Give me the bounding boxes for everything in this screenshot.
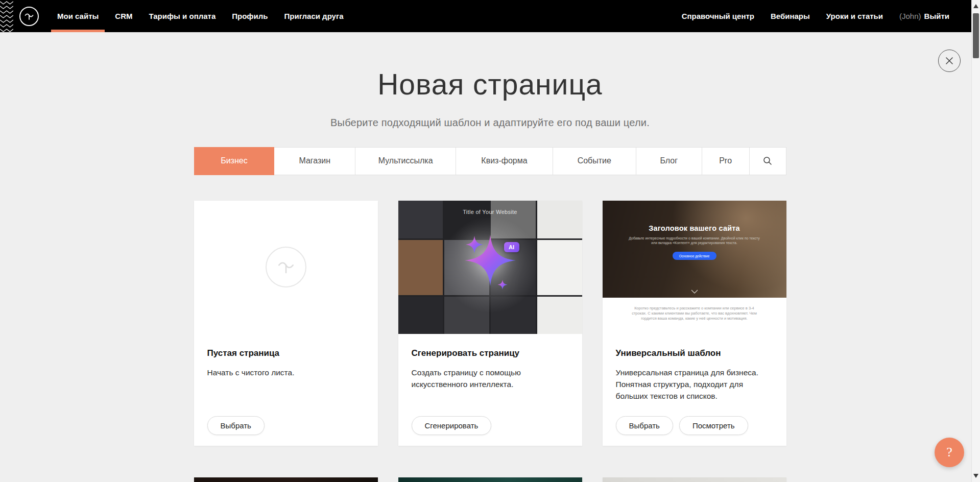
- chevron-down-icon: [691, 290, 698, 294]
- preview-hero-button: Основное действие: [673, 252, 716, 260]
- tab-event[interactable]: Событие: [553, 148, 636, 175]
- ai-sparkle-icon: [452, 229, 529, 300]
- template-preview: [194, 477, 378, 482]
- preview-body: Коротко представьтесь и расскажите о ком…: [603, 298, 786, 334]
- preview-body-text: Коротко представьтесь и расскажите о ком…: [627, 306, 762, 321]
- nav-label: Справочный центр: [682, 12, 754, 20]
- tab-label: Квиз-форма: [481, 156, 527, 165]
- tab-multilink[interactable]: Мультиссылка: [355, 148, 456, 175]
- card-description: Создать страницу с помощью искусственног…: [412, 367, 569, 391]
- main-nav: Мои сайты CRM Тарифы и оплата Профиль Пр…: [49, 0, 352, 32]
- tab-label: Бизнес: [221, 156, 248, 165]
- card-blank-page[interactable]: Пустая страница Начать с чистого листа. …: [194, 201, 378, 446]
- template-cards-row-2: [194, 477, 786, 482]
- nav-webinars[interactable]: Вебинары: [762, 12, 818, 20]
- secondary-nav: Справочный центр Вебинары Уроки и статьи…: [674, 0, 949, 32]
- tab-business[interactable]: Бизнес: [194, 147, 275, 175]
- template-card-partial[interactable]: [398, 477, 582, 482]
- topbar: Мои сайты CRM Тарифы и оплата Профиль Пр…: [0, 0, 980, 32]
- nav-my-sites[interactable]: Мои сайты: [49, 0, 107, 32]
- template-preview: Заголовок вашего сайта Добавьте интересн…: [603, 201, 786, 334]
- ai-badge: AI: [504, 242, 519, 252]
- template-preview: [603, 477, 786, 482]
- card-universal-template[interactable]: Заголовок вашего сайта Добавьте интересн…: [603, 201, 786, 446]
- nav-profile[interactable]: Профиль: [224, 0, 276, 32]
- close-button[interactable]: [938, 50, 961, 72]
- preview-hero: Заголовок вашего сайта Добавьте интересн…: [603, 201, 786, 298]
- new-page-dialog: Новая страница Выберите подходящий шабло…: [194, 32, 786, 482]
- generate-button[interactable]: Сгенерировать: [412, 416, 492, 435]
- card-actions: Выбрать Посмотреть: [616, 416, 748, 435]
- tab-label: Мультиссылка: [378, 156, 433, 165]
- nav-label: Профиль: [232, 12, 268, 20]
- tab-label: Блог: [660, 156, 678, 165]
- template-preview: [398, 477, 582, 482]
- tab-label: Магазин: [299, 156, 330, 165]
- template-search-button[interactable]: [750, 148, 786, 175]
- card-description: Универсальная страница для бизнеса. Поня…: [616, 367, 773, 402]
- nav-label: CRM: [115, 12, 132, 20]
- tilda-watermark-icon: [266, 247, 306, 287]
- preview-hero-subtitle: Добавьте интересные подробности о вашей …: [626, 236, 763, 246]
- nav-help-center[interactable]: Справочный центр: [674, 12, 762, 20]
- nav-label: Уроки и статьи: [826, 12, 883, 20]
- card-body: Пустая страница Начать с чистого листа.: [194, 334, 378, 378]
- card-title: Пустая страница: [207, 348, 365, 358]
- select-blank-button[interactable]: Выбрать: [207, 416, 265, 435]
- preview-hero-title: Заголовок вашего сайта: [603, 224, 786, 232]
- tab-label: Pro: [719, 156, 732, 165]
- help-button[interactable]: ?: [935, 438, 964, 467]
- card-description: Начать с чистого листа.: [207, 367, 365, 378]
- nav-lessons[interactable]: Уроки и статьи: [818, 12, 891, 20]
- view-template-button[interactable]: Посмотреть: [679, 416, 748, 435]
- scroll-up-arrow[interactable]: [973, 4, 978, 8]
- tilda-logo[interactable]: [19, 7, 39, 26]
- card-body: Сгенерировать страницу Создать страницу …: [398, 334, 582, 391]
- scrollbar-thumb[interactable]: [973, 13, 979, 58]
- user-block: (John) Выйти: [891, 12, 949, 20]
- select-template-button[interactable]: Выбрать: [616, 416, 673, 435]
- nav-crm[interactable]: CRM: [107, 0, 140, 32]
- template-card-partial[interactable]: [603, 477, 786, 482]
- nav-invite-friend[interactable]: Пригласи друга: [276, 0, 351, 32]
- zigzag-pattern-icon: [0, 0, 13, 32]
- logout-link[interactable]: Выйти: [924, 12, 949, 20]
- tilda-tilde-icon: [23, 10, 35, 22]
- card-actions: Сгенерировать: [412, 416, 492, 435]
- scroll-down-arrow[interactable]: [973, 474, 978, 478]
- scrollbar[interactable]: [971, 0, 980, 482]
- tab-quiz-form[interactable]: Квиз-форма: [456, 148, 553, 175]
- nav-label: Пригласи друга: [284, 12, 343, 20]
- question-icon: ?: [946, 445, 952, 460]
- nav-pricing[interactable]: Тарифы и оплата: [140, 0, 224, 32]
- card-blank-preview: [194, 201, 378, 334]
- card-title: Сгенерировать страницу: [412, 348, 569, 358]
- ai-collage-preview: Title of Your Website AI: [398, 201, 582, 334]
- nav-label: Мои сайты: [57, 12, 99, 20]
- template-card-partial[interactable]: [194, 477, 378, 482]
- page-title: Новая страница: [194, 68, 786, 102]
- tab-blog[interactable]: Блог: [636, 148, 702, 175]
- nav-label: Вебинары: [771, 12, 810, 20]
- tab-label: Событие: [578, 156, 611, 165]
- preview-site-title: Title of Your Website: [398, 209, 582, 215]
- template-category-tabs: Бизнес Магазин Мультиссылка Квиз-форма С…: [194, 147, 786, 175]
- template-cards-row: Пустая страница Начать с чистого листа. …: [194, 201, 786, 446]
- card-ai-generate[interactable]: Title of Your Website AI С: [398, 201, 582, 446]
- close-icon: [945, 56, 954, 65]
- user-name: (John): [899, 12, 921, 20]
- tab-store[interactable]: Магазин: [274, 148, 355, 175]
- card-actions: Выбрать: [207, 416, 265, 435]
- card-body: Универсальный шаблон Универсальная стран…: [603, 334, 786, 402]
- card-title: Универсальный шаблон: [616, 348, 773, 358]
- tab-pro[interactable]: Pro: [702, 148, 750, 175]
- nav-label: Тарифы и оплата: [149, 12, 216, 20]
- page-subtitle: Выберите подходящий шаблон и адаптируйте…: [194, 117, 786, 129]
- search-icon: [763, 156, 772, 165]
